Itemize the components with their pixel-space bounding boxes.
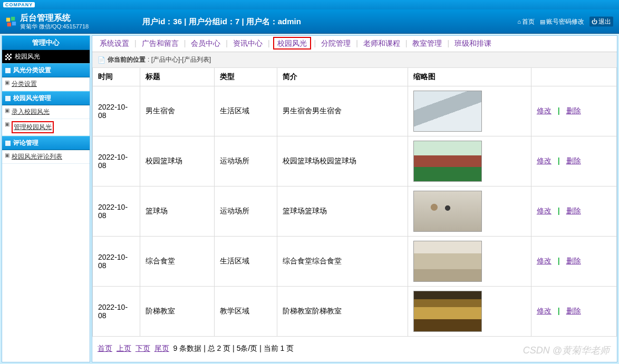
svg-rect-3	[12, 22, 16, 25]
nav-tab[interactable]: 班级和排课	[452, 39, 494, 47]
breadcrumb: 📄 你当前的位置 : [产品中心]-[产品列表]	[92, 52, 617, 68]
sidebar-link[interactable]: 分类设置	[12, 80, 37, 87]
doc-icon: 📄	[98, 56, 105, 64]
svg-rect-0	[6, 17, 10, 21]
sidebar-link[interactable]: 录入校园风光	[12, 108, 50, 115]
thumbnail-image[interactable]	[413, 191, 482, 232]
cell-ops: 修改|删除	[531, 237, 616, 287]
logo-icon	[5, 16, 17, 27]
pager-prev[interactable]: 上页	[117, 344, 131, 352]
cell-thumb	[408, 186, 531, 237]
pager-next[interactable]: 下页	[136, 344, 150, 352]
cell-ops: 修改|删除	[531, 186, 616, 237]
breadcrumb-path: : [产品中心]-[产品列表]	[148, 55, 211, 64]
edit-link[interactable]: 修改	[537, 307, 552, 315]
app-title: 后台管理系统	[20, 13, 89, 23]
nav-tab[interactable]: 广告和留言	[140, 39, 181, 47]
table-body: 2022-10-08男生宿舍生活区域男生宿舍男生宿舍修改|删除2022-10-0…	[93, 86, 617, 337]
edit-link[interactable]: 修改	[537, 206, 552, 215]
edit-link[interactable]: 修改	[537, 106, 552, 115]
svg-rect-1	[11, 16, 15, 20]
table-row: 2022-10-08男生宿舍生活区域男生宿舍男生宿舍修改|删除	[93, 86, 617, 136]
col-header	[531, 68, 616, 86]
delete-link[interactable]: 删除	[566, 156, 581, 165]
user-info: 用户id：36 | 用户分组id：7 | 用户名：admin	[142, 16, 301, 26]
edit-link[interactable]: 修改	[537, 156, 552, 165]
sidebar-item[interactable]: 校园风光评论列表	[2, 150, 90, 164]
main-panel: 系统设置|广告和留言|会员中心|资讯中心|校园风光|分院管理|老师和课程|教室管…	[92, 35, 617, 362]
cell-time: 2022-10-08	[93, 237, 140, 287]
cell-ops: 修改|删除	[531, 287, 616, 337]
header: 后台管理系统 黄菊华 微信/QQ:45157718 用户id：36 | 用户分组…	[0, 9, 619, 34]
pager: 首页 上页 下页 尾页 9 条数据 | 总 2 页 | 5条/页 | 当前 1 …	[92, 337, 617, 361]
square-icon	[5, 141, 11, 146]
table-row: 2022-10-08篮球场运动场所篮球场篮球场修改|删除	[93, 186, 617, 237]
brand-label: COMPANY	[3, 2, 35, 7]
sidebar-section[interactable]: 风光分类设置	[2, 63, 90, 77]
col-header: 时间	[93, 68, 140, 86]
cell-time: 2022-10-08	[93, 136, 140, 186]
nav-tab[interactable]: 资讯中心	[231, 39, 265, 47]
sidebar-section[interactable]: 评论管理	[2, 136, 90, 150]
pager-first[interactable]: 首页	[98, 344, 112, 352]
cell-title: 综合食堂	[140, 237, 215, 287]
sidebar-header: 管理中心	[2, 36, 90, 50]
cell-type: 生活区域	[214, 237, 277, 287]
sidebar: 管理中心 校园风光 风光分类设置分类设置校园风光管理录入校园风光管理校园风光评论…	[2, 35, 90, 362]
home-link[interactable]: ⌂首页	[517, 17, 535, 26]
nav-tab[interactable]: 分院管理	[319, 39, 353, 47]
sidebar-item[interactable]: 录入校园风光	[2, 105, 90, 119]
cell-thumb	[408, 86, 531, 136]
app-subtitle: 黄菊华 微信/QQ:45157718	[20, 23, 89, 30]
col-header: 类型	[214, 68, 277, 86]
cell-time: 2022-10-08	[93, 86, 140, 136]
sidebar-link[interactable]: 校园风光评论列表	[12, 153, 62, 160]
breadcrumb-prefix: 你当前的位置	[108, 55, 146, 64]
col-header: 缩略图	[408, 68, 531, 86]
table-row: 2022-10-08综合食堂生活区域综合食堂综合食堂修改|删除	[93, 237, 617, 287]
cell-intro: 篮球场篮球场	[277, 186, 408, 237]
thumbnail-image[interactable]	[413, 91, 482, 132]
thumbnail-image[interactable]	[413, 241, 482, 282]
square-icon	[5, 96, 11, 101]
nav-tab[interactable]: 校园风光	[273, 37, 311, 50]
col-header: 标题	[140, 68, 215, 86]
change-password-link[interactable]: ▤账号密码修改	[540, 17, 584, 26]
nav-tab[interactable]: 会员中心	[189, 39, 223, 47]
cell-type: 生活区域	[214, 86, 277, 136]
power-icon: ⏻	[592, 18, 597, 24]
nav-tab[interactable]: 教室管理	[410, 39, 444, 47]
pager-last[interactable]: 尾页	[154, 344, 169, 352]
table-wrap: 时间标题类型简介缩略图 2022-10-08男生宿舍生活区域男生宿舍男生宿舍修改…	[92, 68, 617, 362]
list-icon: ▤	[540, 18, 545, 24]
pager-info: 9 条数据 | 总 2 页 | 5条/页 | 当前 1 页	[173, 344, 294, 352]
delete-link[interactable]: 删除	[566, 206, 581, 215]
data-table: 时间标题类型简介缩略图 2022-10-08男生宿舍生活区域男生宿舍男生宿舍修改…	[92, 68, 617, 337]
cell-time: 2022-10-08	[93, 287, 140, 337]
nav-tab[interactable]: 老师和课程	[361, 39, 402, 47]
cell-time: 2022-10-08	[93, 186, 140, 237]
sidebar-item[interactable]: 分类设置	[2, 77, 90, 91]
sidebar-item[interactable]: 管理校园风光	[2, 119, 90, 136]
cell-type: 运动场所	[214, 186, 277, 237]
sidebar-link[interactable]: 管理校园风光	[14, 123, 52, 131]
cell-title: 篮球场	[140, 186, 215, 237]
brand-bar: COMPANY	[0, 0, 619, 9]
cell-title: 男生宿舍	[140, 86, 215, 136]
sidebar-section[interactable]: 校园风光管理	[2, 91, 90, 105]
logout-button[interactable]: ⏻退出	[589, 16, 613, 26]
delete-link[interactable]: 删除	[566, 307, 581, 315]
cell-intro: 校园篮球场校园篮球场	[277, 136, 408, 186]
header-actions: ⌂首页 ▤账号密码修改 ⏻退出	[516, 16, 615, 26]
edit-link[interactable]: 修改	[537, 257, 552, 265]
thumbnail-image[interactable]	[413, 291, 482, 332]
table-header-row: 时间标题类型简介缩略图	[93, 68, 617, 86]
nav-tab[interactable]: 系统设置	[98, 39, 131, 47]
thumbnail-image[interactable]	[413, 141, 482, 182]
square-icon	[5, 68, 11, 73]
cell-type: 运动场所	[214, 136, 277, 186]
delete-link[interactable]: 删除	[566, 257, 581, 265]
delete-link[interactable]: 删除	[566, 106, 581, 115]
cell-type: 教学区域	[214, 287, 277, 337]
cell-thumb	[408, 287, 531, 337]
